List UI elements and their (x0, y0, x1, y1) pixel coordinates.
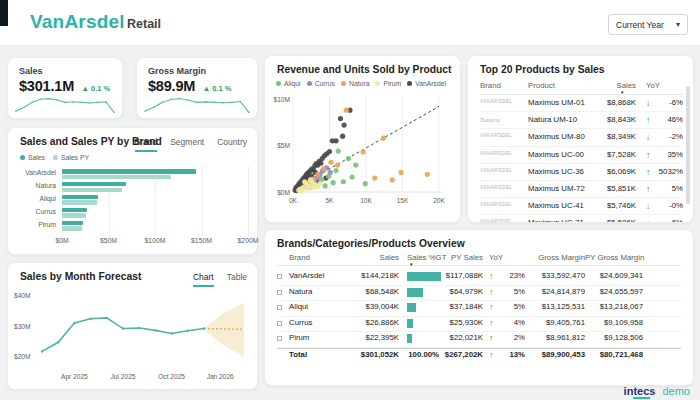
bar-sales-py[interactable] (62, 213, 86, 218)
tab-chart[interactable]: Chart (193, 272, 214, 287)
tab-table[interactable]: Table (227, 272, 247, 287)
scatter-point[interactable] (372, 175, 377, 180)
scatter-point[interactable] (296, 188, 301, 193)
table-row[interactable]: VANARSDELMaximus UC-71$5,586K↓-6% (480, 215, 683, 223)
axis-tick-label: $150M (182, 237, 222, 244)
scatter-point[interactable] (302, 179, 307, 184)
table-row[interactable]: VANARSDELMaximus UM-01$8,868K↓-6% (480, 95, 683, 112)
scatter-point[interactable] (344, 108, 349, 113)
expand-icon[interactable] (277, 305, 282, 310)
bar-category-label: Pirum (20, 220, 56, 230)
scatter-point[interactable] (317, 181, 322, 186)
table-row[interactable]: Currus$26,886K$25,930K↑4%$9,405,761$9,10… (277, 317, 681, 333)
sales-pct-gt-bar[interactable] (407, 319, 413, 328)
scatter-point[interactable] (346, 156, 351, 161)
gross-margin-cell: $9,405,761 (523, 318, 585, 327)
scatter-point[interactable] (311, 185, 316, 190)
brand-cell: VanArsdel (289, 271, 324, 280)
scatter-point[interactable] (323, 183, 328, 188)
table-row[interactable]: NaturaNatura UM-10$8,843K↑46% (480, 112, 683, 129)
intecs-logo: intecs (624, 385, 656, 397)
scatter-point[interactable] (390, 177, 395, 182)
svg-text:10K: 10K (360, 197, 372, 204)
scatter-point[interactable] (381, 135, 386, 140)
expand-icon[interactable] (277, 321, 282, 326)
expand-icon[interactable] (277, 274, 282, 279)
sales-pct-gt-bar[interactable] (407, 288, 423, 297)
scatter-point[interactable] (360, 149, 365, 154)
scatter-point[interactable] (331, 180, 336, 185)
scatter-point[interactable] (353, 162, 358, 167)
expand-icon[interactable] (277, 290, 282, 295)
table-row[interactable]: VANARSDELMaximus UM-72$5,851K↑5% (480, 181, 683, 198)
forecast-line-chart[interactable]: $40M$30M$20MApr 2025Jul 2025Oct 2025Jan … (12, 287, 255, 387)
table-row[interactable]: VANARSDELMaximus UC-41$5,746K↓-0% (480, 198, 683, 215)
scatter-point[interactable] (363, 181, 368, 186)
scatter-point[interactable] (328, 160, 333, 165)
scatter-point[interactable] (315, 172, 320, 177)
brand-cell: Natura (289, 287, 312, 296)
scatter-point[interactable] (340, 134, 345, 139)
scatter-card: Revenue and Units Sold by Product Aliqui… (264, 55, 461, 223)
yoy-arrow-up-icon: ↑ (489, 271, 493, 281)
legend-item: VanArsdel (407, 80, 446, 87)
card-title: Brands/Categories/Products Overview (277, 238, 465, 249)
tab-country[interactable]: Country (217, 137, 247, 152)
table-row[interactable]: VANARSDELMaximus UC-00$7,528K↑35% (480, 147, 683, 164)
scatter-point[interactable] (398, 170, 403, 175)
bar-sales-py[interactable] (62, 175, 171, 180)
table-row[interactable]: Natura$68,548K$64,979K↑5%$24,814,879$24,… (277, 286, 681, 302)
svg-text:0K: 0K (289, 197, 298, 204)
scatter-plot[interactable]: 0K5K10K15K20K$0M$5M$10M (269, 92, 458, 218)
brand-bar-plot[interactable]: VanArsdelNaturaAliquiCurrusPirum (20, 168, 249, 234)
sales-cell: $8,868K (576, 98, 636, 107)
axis-tick-label: $200M (228, 237, 268, 244)
scatter-point[interactable] (338, 116, 343, 121)
bar-sales[interactable] (62, 208, 87, 213)
scatter-point[interactable] (305, 186, 310, 191)
table-row[interactable]: Pirum$22,395K$22,021K↑2%$8,961,812$9,128… (277, 332, 681, 348)
py-gross-margin-cell: $80,721,468 (585, 350, 643, 359)
scatter-point[interactable] (350, 175, 355, 180)
yoy-arrow-up-icon: ↑ (489, 302, 493, 312)
expand-icon[interactable] (277, 336, 282, 341)
kpi-title: Gross Margin (148, 66, 206, 76)
bar-sales[interactable] (62, 169, 196, 174)
table-row[interactable]: VANARSDELMaximus UC-36$6,069K↑5032% (480, 164, 683, 181)
table-row[interactable]: Aliqui$39,004K$37,184K↑5%$13,125,531$13,… (277, 301, 681, 317)
scatter-point[interactable] (335, 162, 340, 167)
scatter-point[interactable] (425, 172, 430, 177)
bar-sales[interactable] (62, 221, 83, 226)
tab-segment[interactable]: Segment (170, 137, 204, 152)
sales-pct-gt-bar[interactable] (407, 334, 412, 343)
scatter-point[interactable] (342, 122, 347, 127)
sales-pct-gt-bar[interactable] (407, 303, 416, 312)
bar-sales-py[interactable] (62, 200, 97, 205)
scatter-point[interactable] (336, 148, 341, 153)
scrollbar[interactable] (686, 86, 690, 204)
gross-margin-cell: $24,814,879 (523, 287, 585, 296)
py-sales-cell: $267,202K (435, 350, 483, 359)
bar-sales-py[interactable] (62, 226, 82, 231)
yoy-cell: 5032% (658, 167, 683, 176)
kpi-card-sales[interactable]: Sales $301.1M ▲ 0.1 % (7, 57, 123, 119)
scatter-point[interactable] (318, 161, 323, 166)
legend-dot-icon (53, 155, 58, 160)
table-row[interactable]: VANARSDELMaximus UM-80$8,349K↓-2% (480, 129, 683, 146)
py-gross-margin-cell: $13,218,067 (585, 302, 643, 311)
scatter-point[interactable] (327, 149, 332, 154)
kpi-card-gross-margin[interactable]: Gross Margin $89.9M ▲ 0.1 % (136, 57, 258, 119)
table-row[interactable]: VanArsdel$144,218K$117,088K↑23%$33,592,4… (277, 270, 681, 286)
bar-sales[interactable] (62, 195, 98, 200)
bar-sales-py[interactable] (62, 188, 122, 193)
scatter-point[interactable] (341, 179, 346, 184)
scatter-point[interactable] (326, 174, 331, 179)
scatter-point[interactable] (333, 138, 338, 143)
bar-sales[interactable] (62, 182, 126, 187)
tab-brand[interactable]: Brand (135, 137, 158, 152)
scatter-point[interactable] (333, 168, 338, 173)
overview-card: Brands/Categories/Products Overview Bran… (264, 229, 694, 386)
scatter-point[interactable] (321, 166, 326, 171)
year-filter-dropdown[interactable]: Current Year ▾ (608, 14, 688, 35)
scatter-point[interactable] (308, 177, 313, 182)
